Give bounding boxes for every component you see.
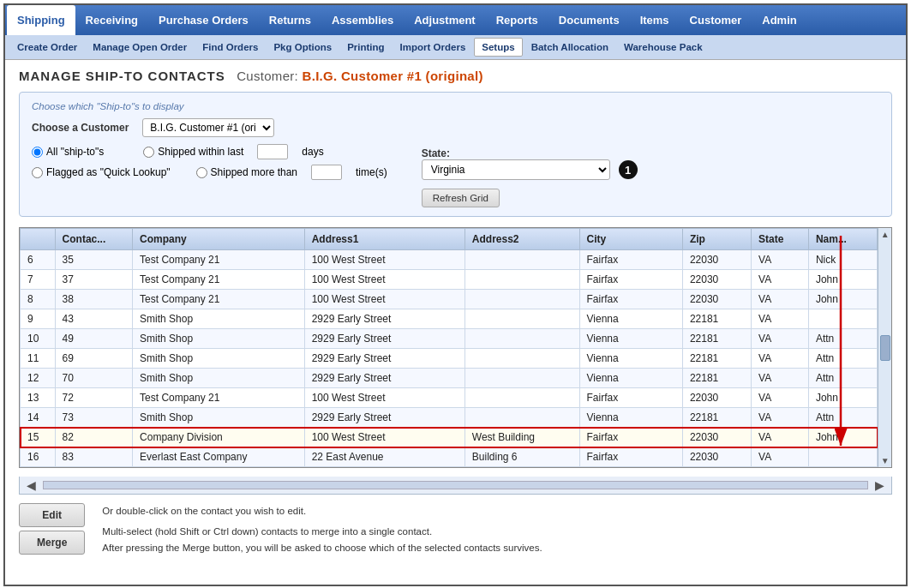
merge-button[interactable]: Merge <box>19 531 85 555</box>
cell-name: Attn <box>808 369 877 388</box>
edit-button[interactable]: Edit <box>19 503 85 527</box>
table-row[interactable]: 1270Smith Shop2929 Early StreetVienna221… <box>21 369 878 388</box>
th-address2[interactable]: Address2 <box>464 229 579 250</box>
cell-city: Vienna <box>579 408 682 428</box>
state-label: State: <box>422 147 638 159</box>
table-header-row: Contac... Company Address1 Address2 City… <box>21 229 878 250</box>
cell-address2 <box>464 408 579 428</box>
subnav-batch-allocation[interactable]: Batch Allocation <box>524 39 615 56</box>
shipped-more-value-input[interactable]: 2 <box>311 165 342 180</box>
cell-contact-id: 70 <box>55 369 132 388</box>
th-state[interactable]: State <box>752 229 809 250</box>
cell-zip: 22181 <box>682 369 751 388</box>
table-row[interactable]: 1683Everlast East Company22 East AvenueB… <box>21 447 878 467</box>
radio-all-shipto[interactable]: All "ship-to"s <box>32 146 104 158</box>
nav-purchase-orders[interactable]: Purchase Orders <box>148 5 259 35</box>
radio-shipped-within[interactable]: Shipped within last <box>143 146 243 158</box>
th-name[interactable]: Nam... <box>808 229 877 250</box>
cell-address1: 2929 Early Street <box>304 309 464 329</box>
th-zip[interactable]: Zip <box>682 229 751 250</box>
cell-row-num: 7 <box>21 270 56 290</box>
table-row[interactable]: 1372Test Company 21100 West StreetFairfa… <box>21 388 878 408</box>
cell-company: Smith Shop <box>133 329 305 349</box>
cell-name: John <box>808 428 877 447</box>
cell-row-num: 8 <box>21 290 56 309</box>
table-body: 635Test Company 21100 West StreetFairfax… <box>21 250 878 467</box>
subnav-import-orders[interactable]: Import Orders <box>393 39 473 56</box>
scroll-left-arrow[interactable]: ◀ <box>23 478 39 492</box>
cell-contact-id: 73 <box>55 408 132 428</box>
table-row[interactable]: 635Test Company 21100 West StreetFairfax… <box>21 250 878 270</box>
table-row[interactable]: 1049Smith Shop2929 Early StreetVienna221… <box>21 329 878 349</box>
scroll-thumb[interactable] <box>880 335 890 361</box>
cell-name: John <box>808 388 877 408</box>
nav-shipping[interactable]: Shipping <box>7 5 75 35</box>
state-select[interactable]: Virginia <box>422 159 610 180</box>
scroll-right-arrow[interactable]: ▶ <box>872 478 888 492</box>
nav-documents[interactable]: Documents <box>548 5 630 35</box>
cell-city: Vienna <box>579 329 682 349</box>
horizontal-scrollbar[interactable]: ◀ ▶ <box>19 477 892 495</box>
refresh-grid-button[interactable]: Refresh Grid <box>422 189 500 207</box>
table-row[interactable]: 1582Company Division100 West StreetWest … <box>21 428 878 447</box>
table-row[interactable]: 943Smith Shop2929 Early StreetVienna2218… <box>21 309 878 329</box>
cell-address1: 2929 Early Street <box>304 329 464 349</box>
vertical-scrollbar[interactable]: ▲ ▼ <box>878 228 891 467</box>
cell-address2 <box>464 309 579 329</box>
cell-address2 <box>464 329 579 349</box>
nav-adjustment[interactable]: Adjustment <box>404 5 486 35</box>
th-company[interactable]: Company <box>133 229 305 250</box>
subnav-manage-open-order[interactable]: Manage Open Order <box>86 39 194 56</box>
subnav-find-orders[interactable]: Find Orders <box>195 39 265 56</box>
cell-contact-id: 38 <box>55 290 132 309</box>
nav-admin[interactable]: Admin <box>752 5 806 35</box>
sub-navigation: Create Order Manage Open Order Find Orde… <box>5 35 906 60</box>
cell-row-num: 13 <box>21 388 56 408</box>
nav-assemblies[interactable]: Assemblies <box>321 5 404 35</box>
subnav-setups[interactable]: Setups <box>474 38 522 57</box>
radio-shipped-more[interactable]: Shipped more than <box>196 166 297 178</box>
page-customer-name: B.I.G. Customer #1 (original) <box>303 69 483 83</box>
nav-returns[interactable]: Returns <box>259 5 321 35</box>
cell-name: John <box>808 270 877 290</box>
cell-name: John <box>808 290 877 309</box>
table-row[interactable]: 737Test Company 21100 West StreetFairfax… <box>21 270 878 290</box>
nav-items[interactable]: Items <box>630 5 680 35</box>
table-row[interactable]: 838Test Company 21100 West StreetFairfax… <box>21 290 878 309</box>
cell-row-num: 16 <box>21 447 56 467</box>
merge-help-text: Multi-select (hold Shift or Ctrl down) c… <box>102 524 542 555</box>
cell-address1: 22 East Avenue <box>304 447 464 467</box>
th-address1[interactable]: Address1 <box>304 229 464 250</box>
scroll-up-arrow[interactable]: ▲ <box>881 230 890 239</box>
cell-row-num: 14 <box>21 408 56 428</box>
cell-contact-id: 83 <box>55 447 132 467</box>
table-row[interactable]: 1169Smith Shop2929 Early StreetVienna221… <box>21 349 878 369</box>
filter-section: Choose which "Ship-to"s to display Choos… <box>19 92 892 217</box>
cell-address2 <box>464 369 579 388</box>
cell-state: VA <box>752 329 809 349</box>
subnav-printing[interactable]: Printing <box>340 39 391 56</box>
subnav-pkg-options[interactable]: Pkg Options <box>267 39 339 56</box>
nav-receiving[interactable]: Receiving <box>75 5 148 35</box>
action-buttons: Edit Merge <box>19 503 85 555</box>
annotation-badge-1: 1 <box>619 160 638 179</box>
cell-name: Attn <box>808 408 877 428</box>
cell-company: Test Company 21 <box>133 388 305 408</box>
nav-customer[interactable]: Customer <box>680 5 752 35</box>
subnav-create-order[interactable]: Create Order <box>10 39 84 56</box>
customer-select[interactable]: B.I.G. Customer #1 (ori <box>142 118 274 137</box>
radio-flagged-quick[interactable]: Flagged as "Quick Lookup" <box>32 166 171 178</box>
scroll-down-arrow[interactable]: ▼ <box>881 456 890 465</box>
th-contact[interactable]: Contac... <box>55 229 132 250</box>
cell-zip: 22181 <box>682 349 751 369</box>
shipped-within-days-input[interactable]: 3 <box>257 144 288 159</box>
cell-zip: 22030 <box>682 388 751 408</box>
nav-reports[interactable]: Reports <box>486 5 548 35</box>
cell-city: Fairfax <box>579 290 682 309</box>
th-city[interactable]: City <box>579 229 682 250</box>
cell-name: Attn <box>808 349 877 369</box>
cell-address1: 100 West Street <box>304 250 464 270</box>
table-row[interactable]: 1473Smith Shop2929 Early StreetVienna221… <box>21 408 878 428</box>
cell-row-num: 15 <box>21 428 56 447</box>
subnav-warehouse-pack[interactable]: Warehouse Pack <box>617 39 710 56</box>
